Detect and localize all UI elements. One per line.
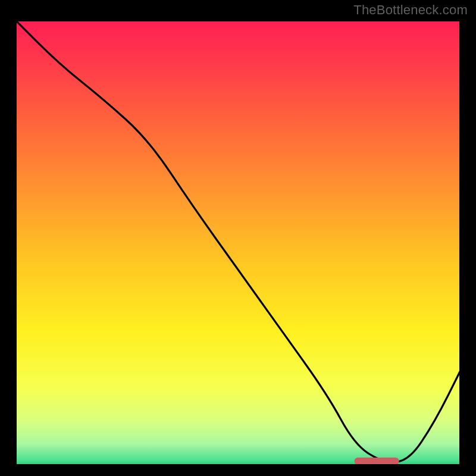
gradient-rect [14,19,462,466]
figure-root: TheBottleneck.com [0,0,476,476]
watermark-text: TheBottleneck.com [353,2,468,18]
plot-svg [14,19,462,466]
optimal-marker [355,458,399,465]
plot-frame [14,19,462,466]
